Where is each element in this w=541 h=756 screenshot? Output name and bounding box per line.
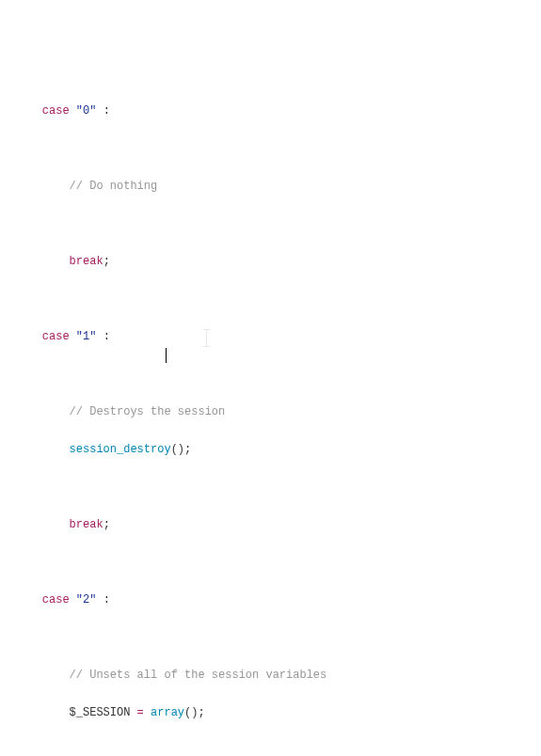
blank-line: [15, 214, 541, 233]
string-literal: "1": [76, 330, 97, 343]
code-line: break;: [15, 515, 541, 534]
code-line: case "2" :: [15, 591, 541, 609]
colon: :: [96, 104, 109, 118]
parens: (): [184, 706, 198, 719]
fn-array: array: [151, 706, 184, 719]
code-block[interactable]: case "0" : // Do nothing break; case "1"…: [15, 83, 541, 756]
comment: // Do nothing: [70, 180, 158, 193]
keyword-break: break: [70, 255, 103, 268]
code-line: case "0" :: [15, 102, 541, 120]
semicolon: ;: [184, 443, 191, 456]
semicolon: ;: [103, 518, 110, 531]
blank-line: [15, 365, 541, 384]
blank-line: [15, 478, 541, 496]
keyword-case: case: [42, 593, 70, 606]
code-line: $_SESSION = array();: [15, 703, 541, 722]
parens: (): [171, 443, 184, 456]
blank-line: [15, 741, 541, 756]
code-line: // Destroys the session: [15, 402, 541, 421]
keyword-break: break: [70, 518, 103, 531]
code-line: case "1" :: [15, 327, 541, 346]
comment: // Unsets all of the session variables: [70, 669, 327, 682]
semicolon: ;: [198, 706, 204, 719]
fn-session-destroy: session_destroy: [70, 443, 171, 456]
blank-line: [15, 290, 541, 308]
op-assign: =: [130, 706, 151, 719]
code-line: break;: [15, 252, 541, 271]
string-literal: "2": [76, 593, 97, 606]
blank-line: [15, 553, 541, 572]
code-line: session_destroy();: [15, 440, 541, 459]
colon: :: [96, 330, 109, 343]
blank-line: [15, 628, 541, 647]
string-literal: "0": [76, 104, 97, 118]
keyword-case: case: [42, 330, 70, 343]
keyword-case: case: [42, 104, 70, 118]
var-session: $_SESSION: [70, 706, 131, 719]
code-line: // Do nothing: [15, 177, 541, 196]
text-caret-icon: [166, 348, 167, 363]
code-line: // Unsets all of the session variables: [15, 666, 541, 685]
colon: :: [96, 593, 109, 606]
semicolon: ;: [103, 255, 110, 268]
comment: // Destroys the session: [70, 405, 226, 418]
blank-line: [15, 139, 541, 158]
